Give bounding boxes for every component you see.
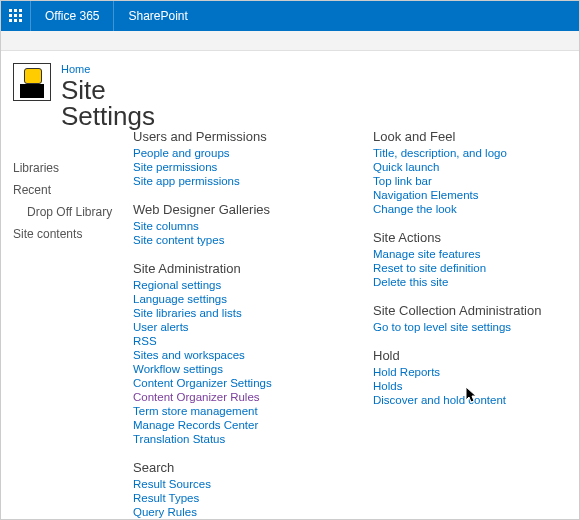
nav-libraries[interactable]: Libraries	[13, 157, 133, 179]
svg-rect-8	[19, 19, 22, 22]
section-site-collection-admin: Site Collection Administration Go to top…	[373, 303, 563, 334]
settings-link[interactable]: Change the look	[373, 202, 563, 216]
section-title: Web Designer Galleries	[133, 202, 333, 217]
nav-recent[interactable]: Recent	[13, 179, 133, 201]
content-area: Home Site Settings Libraries Recent Drop…	[1, 51, 579, 520]
section-title: Hold	[373, 348, 563, 363]
settings-link[interactable]: Workflow settings	[133, 362, 333, 376]
settings-link[interactable]: Language settings	[133, 292, 333, 306]
settings-link[interactable]: Result Sources	[133, 477, 333, 491]
settings-link[interactable]: Title, description, and logo	[373, 146, 563, 160]
settings-link[interactable]: User alerts	[133, 320, 333, 334]
settings-link[interactable]: Site app permissions	[133, 174, 333, 188]
settings-link[interactable]: Manage site features	[373, 247, 563, 261]
settings-link[interactable]: Discover and hold content	[373, 393, 563, 407]
svg-rect-6	[9, 19, 12, 22]
settings-link[interactable]: Quick launch	[373, 160, 563, 174]
svg-rect-1	[14, 9, 17, 12]
svg-rect-7	[14, 19, 17, 22]
settings-link[interactable]: Sites and workspaces	[133, 348, 333, 362]
section-title: Look and Feel	[373, 129, 563, 144]
settings-col-right: Look and Feel Title, description, and lo…	[373, 129, 563, 520]
suite-bar: Office 365 SharePoint	[1, 1, 579, 31]
settings-link[interactable]: Navigation Elements	[373, 188, 563, 202]
section-title: Site Collection Administration	[373, 303, 563, 318]
settings-link[interactable]: Holds	[373, 379, 563, 393]
settings-link[interactable]: Result Types	[133, 491, 333, 505]
section-title: Search	[133, 460, 333, 475]
app-launcher-icon[interactable]	[1, 1, 31, 31]
settings-columns: Users and Permissions People and groupsS…	[133, 129, 563, 520]
breadcrumb[interactable]: Home	[61, 63, 155, 75]
settings-link[interactable]: RSS	[133, 334, 333, 348]
settings-link[interactable]: Query Rules	[133, 505, 333, 519]
settings-link[interactable]: Hold Reports	[373, 365, 563, 379]
brand-office365[interactable]: Office 365	[31, 1, 114, 31]
section-hold: Hold Hold ReportsHoldsDiscover and hold …	[373, 348, 563, 407]
site-logo-icon[interactable]	[13, 63, 51, 101]
settings-link[interactable]: Regional settings	[133, 278, 333, 292]
settings-link[interactable]: Site columns	[133, 219, 333, 233]
settings-link[interactable]: Content Organizer Settings	[133, 376, 333, 390]
section-site-administration: Site Administration Regional settingsLan…	[133, 261, 333, 446]
nav-drop-off-library[interactable]: Drop Off Library	[13, 201, 133, 223]
section-title: Site Administration	[133, 261, 333, 276]
settings-link[interactable]: Delete this site	[373, 275, 563, 289]
settings-col-left: Users and Permissions People and groupsS…	[133, 129, 333, 520]
settings-link[interactable]: Go to top level site settings	[373, 320, 563, 334]
svg-rect-2	[19, 9, 22, 12]
svg-rect-3	[9, 14, 12, 17]
svg-rect-0	[9, 9, 12, 12]
settings-link[interactable]: People and groups	[133, 146, 333, 160]
settings-link[interactable]: Site permissions	[133, 160, 333, 174]
svg-rect-5	[19, 14, 22, 17]
settings-link[interactable]: Site content types	[133, 233, 333, 247]
brand-sharepoint[interactable]: SharePoint	[114, 1, 201, 31]
section-search: Search Result SourcesResult TypesQuery R…	[133, 460, 333, 520]
section-users-permissions: Users and Permissions People and groupsS…	[133, 129, 333, 188]
section-look-and-feel: Look and Feel Title, description, and lo…	[373, 129, 563, 216]
settings-link[interactable]: Content Organizer Rules	[133, 390, 333, 404]
settings-link[interactable]: Translation Status	[133, 432, 333, 446]
settings-link[interactable]: Top link bar	[373, 174, 563, 188]
svg-rect-4	[14, 14, 17, 17]
settings-link[interactable]: Reset to site definition	[373, 261, 563, 275]
ribbon-strip	[1, 31, 579, 51]
nav-site-contents[interactable]: Site contents	[13, 223, 133, 245]
section-title: Site Actions	[373, 230, 563, 245]
page-title: Site Settings	[61, 77, 155, 129]
section-site-actions: Site Actions Manage site featuresReset t…	[373, 230, 563, 289]
settings-link[interactable]: Site libraries and lists	[133, 306, 333, 320]
settings-link[interactable]: Manage Records Center	[133, 418, 333, 432]
page-header: Home Site Settings	[13, 63, 133, 129]
left-column: Home Site Settings Libraries Recent Drop…	[13, 63, 133, 520]
section-title: Users and Permissions	[133, 129, 333, 144]
settings-link[interactable]: Term store management	[133, 404, 333, 418]
section-web-designer-galleries: Web Designer Galleries Site columnsSite …	[133, 202, 333, 247]
